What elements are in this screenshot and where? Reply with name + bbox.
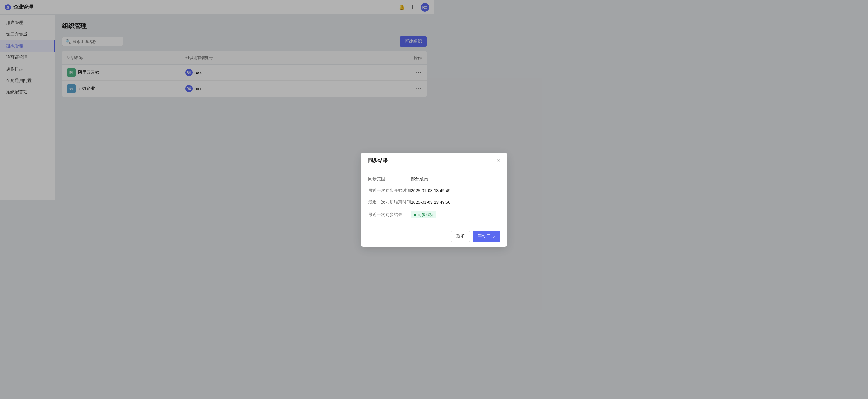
dialog-label-start-time: 最近一次同步开始时间 bbox=[368, 188, 411, 193]
dialog-value-sync-scope: 部分成员 bbox=[411, 176, 428, 182]
dialog-row-start-time: 最近一次同步开始时间 2025-01-03 13:49:49 bbox=[368, 188, 434, 193]
sync-result-dialog: 同步结果 × 同步范围 部分成员 最近一次同步开始时间 2025-01-03 1… bbox=[361, 153, 434, 200]
dialog-title: 同步结果 bbox=[368, 158, 388, 164]
dialog-value-start-time: 2025-01-03 13:49:49 bbox=[411, 188, 434, 193]
dialog-label-sync-scope: 同步范围 bbox=[368, 176, 411, 182]
dialog-label-end-time: 最近一次同步结束时间 bbox=[368, 199, 411, 200]
dialog-header: 同步结果 × bbox=[361, 153, 434, 169]
dialog-body: 同步范围 部分成员 最近一次同步开始时间 2025-01-03 13:49:49… bbox=[361, 169, 434, 200]
dialog-row-sync-scope: 同步范围 部分成员 bbox=[368, 176, 434, 182]
modal-overlay: 同步结果 × 同步范围 部分成员 最近一次同步开始时间 2025-01-03 1… bbox=[0, 0, 434, 199]
dialog-row-end-time: 最近一次同步结束时间 2025-01-03 13:49:50 bbox=[368, 199, 434, 200]
